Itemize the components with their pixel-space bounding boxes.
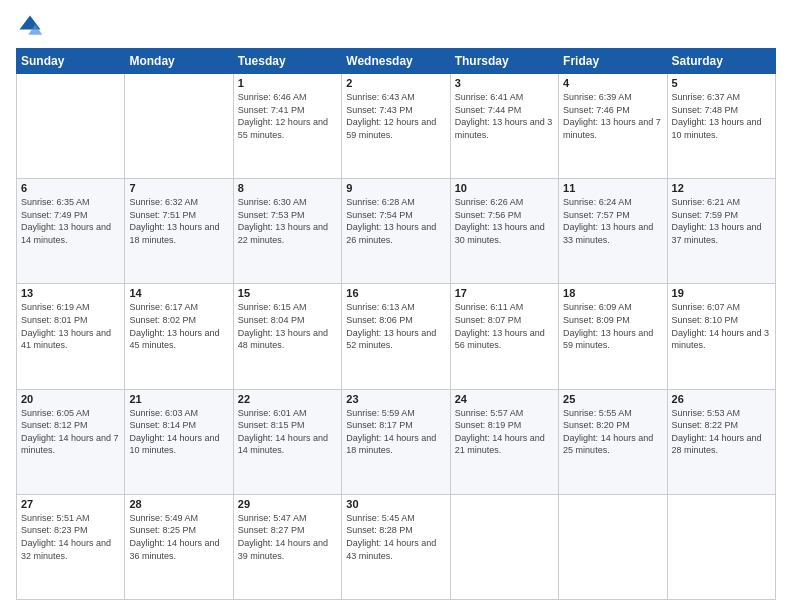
calendar-cell: 24Sunrise: 5:57 AMSunset: 8:19 PMDayligh… <box>450 389 558 494</box>
calendar-week-2: 13Sunrise: 6:19 AMSunset: 8:01 PMDayligh… <box>17 284 776 389</box>
day-info: Sunrise: 6:26 AMSunset: 7:56 PMDaylight:… <box>455 196 554 246</box>
day-number: 25 <box>563 393 662 405</box>
day-number: 11 <box>563 182 662 194</box>
day-number: 23 <box>346 393 445 405</box>
calendar-cell: 7Sunrise: 6:32 AMSunset: 7:51 PMDaylight… <box>125 179 233 284</box>
logo <box>16 12 48 40</box>
day-info: Sunrise: 6:03 AMSunset: 8:14 PMDaylight:… <box>129 407 228 457</box>
day-number: 28 <box>129 498 228 510</box>
day-number: 30 <box>346 498 445 510</box>
calendar-week-3: 20Sunrise: 6:05 AMSunset: 8:12 PMDayligh… <box>17 389 776 494</box>
day-number: 21 <box>129 393 228 405</box>
day-info: Sunrise: 6:07 AMSunset: 8:10 PMDaylight:… <box>672 301 771 351</box>
day-info: Sunrise: 6:01 AMSunset: 8:15 PMDaylight:… <box>238 407 337 457</box>
day-info: Sunrise: 5:47 AMSunset: 8:27 PMDaylight:… <box>238 512 337 562</box>
calendar-cell: 27Sunrise: 5:51 AMSunset: 8:23 PMDayligh… <box>17 494 125 599</box>
day-info: Sunrise: 5:45 AMSunset: 8:28 PMDaylight:… <box>346 512 445 562</box>
calendar-cell: 10Sunrise: 6:26 AMSunset: 7:56 PMDayligh… <box>450 179 558 284</box>
day-info: Sunrise: 6:43 AMSunset: 7:43 PMDaylight:… <box>346 91 445 141</box>
day-info: Sunrise: 6:24 AMSunset: 7:57 PMDaylight:… <box>563 196 662 246</box>
weekday-header-monday: Monday <box>125 49 233 74</box>
day-number: 7 <box>129 182 228 194</box>
day-number: 27 <box>21 498 120 510</box>
calendar-cell: 5Sunrise: 6:37 AMSunset: 7:48 PMDaylight… <box>667 74 775 179</box>
calendar-week-1: 6Sunrise: 6:35 AMSunset: 7:49 PMDaylight… <box>17 179 776 284</box>
calendar-cell: 20Sunrise: 6:05 AMSunset: 8:12 PMDayligh… <box>17 389 125 494</box>
calendar-cell <box>125 74 233 179</box>
calendar-cell <box>559 494 667 599</box>
day-info: Sunrise: 5:57 AMSunset: 8:19 PMDaylight:… <box>455 407 554 457</box>
day-number: 9 <box>346 182 445 194</box>
weekday-header-wednesday: Wednesday <box>342 49 450 74</box>
day-number: 16 <box>346 287 445 299</box>
day-number: 1 <box>238 77 337 89</box>
calendar-cell: 16Sunrise: 6:13 AMSunset: 8:06 PMDayligh… <box>342 284 450 389</box>
day-info: Sunrise: 6:05 AMSunset: 8:12 PMDaylight:… <box>21 407 120 457</box>
day-number: 8 <box>238 182 337 194</box>
calendar-body: 1Sunrise: 6:46 AMSunset: 7:41 PMDaylight… <box>17 74 776 600</box>
day-number: 6 <box>21 182 120 194</box>
calendar-cell: 4Sunrise: 6:39 AMSunset: 7:46 PMDaylight… <box>559 74 667 179</box>
day-info: Sunrise: 5:49 AMSunset: 8:25 PMDaylight:… <box>129 512 228 562</box>
calendar-cell: 23Sunrise: 5:59 AMSunset: 8:17 PMDayligh… <box>342 389 450 494</box>
day-info: Sunrise: 5:55 AMSunset: 8:20 PMDaylight:… <box>563 407 662 457</box>
page: SundayMondayTuesdayWednesdayThursdayFrid… <box>0 0 792 612</box>
day-info: Sunrise: 6:13 AMSunset: 8:06 PMDaylight:… <box>346 301 445 351</box>
calendar-cell: 28Sunrise: 5:49 AMSunset: 8:25 PMDayligh… <box>125 494 233 599</box>
day-info: Sunrise: 6:32 AMSunset: 7:51 PMDaylight:… <box>129 196 228 246</box>
day-number: 20 <box>21 393 120 405</box>
day-number: 15 <box>238 287 337 299</box>
day-number: 29 <box>238 498 337 510</box>
calendar-cell <box>450 494 558 599</box>
calendar-cell: 12Sunrise: 6:21 AMSunset: 7:59 PMDayligh… <box>667 179 775 284</box>
day-info: Sunrise: 5:59 AMSunset: 8:17 PMDaylight:… <box>346 407 445 457</box>
day-info: Sunrise: 6:37 AMSunset: 7:48 PMDaylight:… <box>672 91 771 141</box>
calendar-cell: 22Sunrise: 6:01 AMSunset: 8:15 PMDayligh… <box>233 389 341 494</box>
day-number: 5 <box>672 77 771 89</box>
calendar-cell: 30Sunrise: 5:45 AMSunset: 8:28 PMDayligh… <box>342 494 450 599</box>
weekday-header-tuesday: Tuesday <box>233 49 341 74</box>
weekday-header-saturday: Saturday <box>667 49 775 74</box>
weekday-row: SundayMondayTuesdayWednesdayThursdayFrid… <box>17 49 776 74</box>
calendar-cell: 13Sunrise: 6:19 AMSunset: 8:01 PMDayligh… <box>17 284 125 389</box>
calendar-cell <box>17 74 125 179</box>
day-info: Sunrise: 6:21 AMSunset: 7:59 PMDaylight:… <box>672 196 771 246</box>
calendar-cell: 3Sunrise: 6:41 AMSunset: 7:44 PMDaylight… <box>450 74 558 179</box>
day-info: Sunrise: 6:46 AMSunset: 7:41 PMDaylight:… <box>238 91 337 141</box>
day-number: 18 <box>563 287 662 299</box>
day-number: 2 <box>346 77 445 89</box>
day-info: Sunrise: 6:35 AMSunset: 7:49 PMDaylight:… <box>21 196 120 246</box>
day-info: Sunrise: 6:28 AMSunset: 7:54 PMDaylight:… <box>346 196 445 246</box>
calendar: SundayMondayTuesdayWednesdayThursdayFrid… <box>16 48 776 600</box>
day-info: Sunrise: 6:30 AMSunset: 7:53 PMDaylight:… <box>238 196 337 246</box>
calendar-cell <box>667 494 775 599</box>
day-number: 22 <box>238 393 337 405</box>
calendar-cell: 2Sunrise: 6:43 AMSunset: 7:43 PMDaylight… <box>342 74 450 179</box>
calendar-cell: 8Sunrise: 6:30 AMSunset: 7:53 PMDaylight… <box>233 179 341 284</box>
day-info: Sunrise: 6:17 AMSunset: 8:02 PMDaylight:… <box>129 301 228 351</box>
calendar-cell: 21Sunrise: 6:03 AMSunset: 8:14 PMDayligh… <box>125 389 233 494</box>
day-number: 14 <box>129 287 228 299</box>
weekday-header-friday: Friday <box>559 49 667 74</box>
calendar-cell: 19Sunrise: 6:07 AMSunset: 8:10 PMDayligh… <box>667 284 775 389</box>
day-number: 17 <box>455 287 554 299</box>
weekday-header-sunday: Sunday <box>17 49 125 74</box>
calendar-cell: 29Sunrise: 5:47 AMSunset: 8:27 PMDayligh… <box>233 494 341 599</box>
calendar-header: SundayMondayTuesdayWednesdayThursdayFrid… <box>17 49 776 74</box>
day-number: 4 <box>563 77 662 89</box>
calendar-cell: 1Sunrise: 6:46 AMSunset: 7:41 PMDaylight… <box>233 74 341 179</box>
header <box>16 12 776 40</box>
calendar-week-4: 27Sunrise: 5:51 AMSunset: 8:23 PMDayligh… <box>17 494 776 599</box>
day-info: Sunrise: 5:53 AMSunset: 8:22 PMDaylight:… <box>672 407 771 457</box>
calendar-week-0: 1Sunrise: 6:46 AMSunset: 7:41 PMDaylight… <box>17 74 776 179</box>
weekday-header-thursday: Thursday <box>450 49 558 74</box>
logo-icon <box>16 12 44 40</box>
day-number: 26 <box>672 393 771 405</box>
calendar-cell: 11Sunrise: 6:24 AMSunset: 7:57 PMDayligh… <box>559 179 667 284</box>
day-number: 3 <box>455 77 554 89</box>
calendar-cell: 14Sunrise: 6:17 AMSunset: 8:02 PMDayligh… <box>125 284 233 389</box>
calendar-cell: 18Sunrise: 6:09 AMSunset: 8:09 PMDayligh… <box>559 284 667 389</box>
calendar-cell: 6Sunrise: 6:35 AMSunset: 7:49 PMDaylight… <box>17 179 125 284</box>
day-info: Sunrise: 6:39 AMSunset: 7:46 PMDaylight:… <box>563 91 662 141</box>
calendar-cell: 15Sunrise: 6:15 AMSunset: 8:04 PMDayligh… <box>233 284 341 389</box>
